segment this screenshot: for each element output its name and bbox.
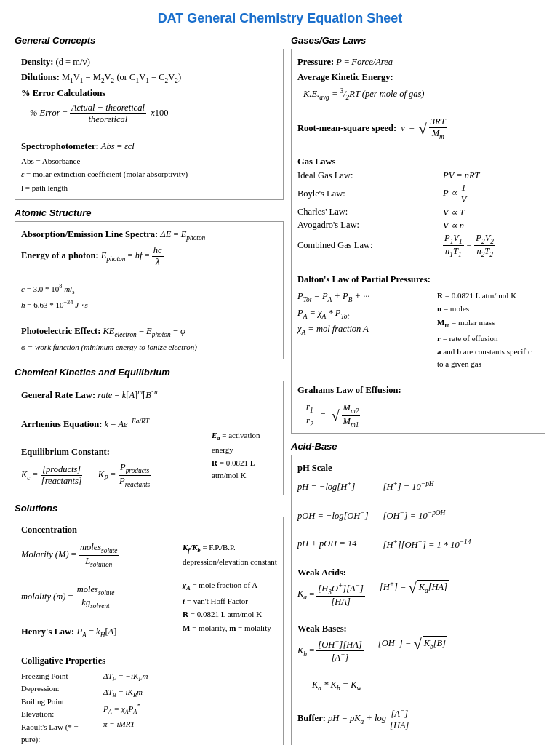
section-acid-base: Acid-Base pH Scale pH = −log[H+] pOH = −… [291, 441, 545, 745]
box-solutions: Concentration Molarity (M) = molessolute… [15, 517, 284, 745]
box-acid-base: pH Scale pH = −log[H+] pOH = −log[OH−] p… [291, 455, 545, 745]
section-general-concepts: General Concepts Density: (d = m/v) Dilu… [15, 35, 284, 200]
box-atomic: Absorption/Emission Line Spectra: ΔE = E… [15, 221, 284, 359]
box-gases: Pressure: P = Force/Area Average Kinetic… [291, 49, 545, 434]
section-title-general: General Concepts [15, 35, 284, 46]
section-atomic-structure: Atomic Structure Absorption/Emission Lin… [15, 207, 284, 359]
section-gases: Gases/Gas Laws Pressure: P = Force/Area … [291, 35, 545, 434]
section-kinetics: Chemical Kinetics and Equilibrium Genera… [15, 367, 284, 495]
box-general: Density: (d = m/v) Dilutions: M1V1 = M2V… [15, 49, 284, 200]
section-title-atomic: Atomic Structure [15, 207, 284, 218]
section-solutions: Solutions Concentration Molarity (M) = m… [15, 503, 284, 745]
section-title-gases: Gases/Gas Laws [291, 35, 545, 46]
section-title-solutions: Solutions [15, 503, 284, 514]
page-title: DAT General Chemistry Equation Sheet [15, 11, 545, 26]
section-title-acid-base: Acid-Base [291, 441, 545, 452]
section-title-kinetics: Chemical Kinetics and Equilibrium [15, 367, 284, 378]
box-kinetics: General Rate Law: rate = k[A]m[B]n Arrhe… [15, 381, 284, 495]
